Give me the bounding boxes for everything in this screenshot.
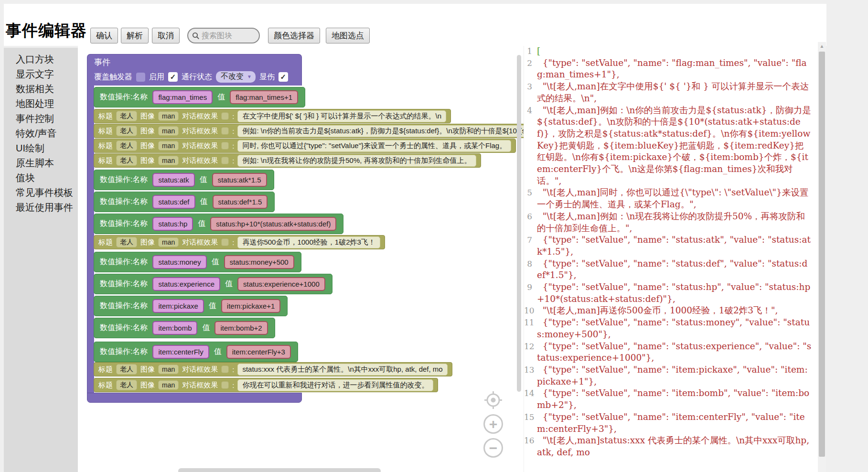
pass-status-dropdown[interactable]: 不改变 ▼ <box>216 71 256 83</box>
effect-checkbox[interactable] <box>221 238 229 246</box>
setvalue-block[interactable]: 数值操作:名称 status:def 值 status:def*1.5 <box>94 192 275 212</box>
effect-checkbox[interactable] <box>221 157 229 164</box>
json-code-editor[interactable]: 1[ 2 {"type": "setValue", "name": "flag:… <box>524 42 818 472</box>
code-line: 2 {"type": "setValue", "name": "flag:man… <box>524 57 818 81</box>
text-block[interactable]: 标题 老人 图像 man 对话框效果 : 例如: \n现在我将让你的攻防提升50… <box>94 153 481 168</box>
value-expr-field[interactable]: status:hp+10*(status:atk+status:def) <box>210 217 336 231</box>
parse-button[interactable]: 解析 <box>121 28 149 43</box>
code-scrollbar[interactable]: ▲ <box>818 42 826 472</box>
sidebar-item-entry-blocks[interactable]: 入口方块 <box>4 52 78 67</box>
plus-icon: + <box>483 414 503 434</box>
text-block[interactable]: 标题 老人 图像 man 对话框效果 : status:xxx 代表勇士的某个属… <box>94 362 452 376</box>
dialog-text-field[interactable]: 例如: \n你的当前攻击力是${status:atk}，防御力是${status… <box>237 125 524 137</box>
effect-checkbox[interactable] <box>221 112 229 120</box>
value-expr-field[interactable]: status:money+500 <box>224 255 294 269</box>
code-line: 1[ <box>524 45 818 57</box>
sidebar-item-effects-sound[interactable]: 特效/声音 <box>4 126 78 141</box>
value-expr-field[interactable]: status:def*1.5 <box>213 195 268 209</box>
image-field[interactable]: man <box>158 111 179 121</box>
dialog-text-field[interactable]: 你现在可以重新和我进行对话，进一步看到属性值的改变。 <box>237 379 433 391</box>
value-name-field[interactable]: status:hp <box>152 217 193 231</box>
trigger-checkbox[interactable] <box>136 73 145 82</box>
sidebar-item-value-blocks[interactable]: 值块 <box>4 171 78 185</box>
sidebar-item-native-script[interactable]: 原生脚本 <box>4 156 78 171</box>
value-expr-field[interactable]: item:bomb+2 <box>214 321 268 335</box>
sidebar-item-ui-draw[interactable]: UI绘制 <box>4 141 78 156</box>
text-block[interactable]: 标题 老人 图像 man 对话框效果 : 你现在可以重新和我进行对话，进一步看到… <box>94 378 438 392</box>
sidebar-item-common-templates[interactable]: 常见事件模板 <box>4 185 78 200</box>
speaker-field[interactable]: 老人 <box>116 155 137 166</box>
image-field[interactable]: man <box>158 365 179 374</box>
code-line: 5 "\t[老人,man]同时，你也可以通过{\"type\": \"setVa… <box>524 187 818 210</box>
setvalue-block[interactable]: 数值操作:名称 status:atk 值 status:atk*1.5 <box>94 170 274 190</box>
zoom-out-button[interactable]: − <box>483 438 503 458</box>
value-expr-field[interactable]: flag:man_times+1 <box>230 90 298 104</box>
sidebar-item-show-text[interactable]: 显示文字 <box>4 67 78 82</box>
zoom-in-button[interactable]: + <box>483 414 503 434</box>
image-field[interactable]: man <box>158 156 179 165</box>
dialog-text-field[interactable]: 在文字中使用${' ${ '}和 } 可以计算并显示一个表达式的结果。\n <box>237 110 446 122</box>
map-point-button[interactable]: 地图选点 <box>326 28 370 43</box>
image-field[interactable]: man <box>158 237 179 247</box>
setvalue-block[interactable]: 数值操作:名称 status:money 值 status:money+500 <box>94 252 301 272</box>
effect-checkbox[interactable] <box>221 365 229 373</box>
setvalue-block[interactable]: 数值操作:名称 status:hp 值 status:hp+10*(status… <box>94 214 343 234</box>
reset-view-button[interactable] <box>483 390 503 410</box>
search-box[interactable] <box>187 28 260 43</box>
value-name-field[interactable]: item:centerFly <box>152 345 209 359</box>
setvalue-block[interactable]: 数值操作:名称 item:centerFly 值 item:centerFly+… <box>94 342 298 362</box>
block-category-sidebar: 入口方块 显示文字 数据相关 地图处理 事件控制 特效/声音 UI绘制 原生脚本… <box>4 48 78 472</box>
setvalue-block[interactable]: 数值操作:名称 item:pickaxe 值 item:pickaxe+1 <box>94 296 288 316</box>
sidebar-item-data[interactable]: 数据相关 <box>4 82 78 97</box>
dialog-text-field[interactable]: 再送你500金币，1000经验，1破2炸3飞！ <box>237 236 380 248</box>
text-block[interactable]: 标题 老人 图像 man 对话框效果 : 同时, 你也可以通过{"type": … <box>94 139 516 153</box>
image-field[interactable]: man <box>158 141 179 150</box>
dialog-text-field[interactable]: 例如: \n现在我将让你的攻防提升50%, 再将攻防和的十倍加到生命值上。 <box>237 155 476 167</box>
setvalue-block[interactable]: 数值操作:名称 flag:man_times 值 flag:man_times+… <box>94 87 305 107</box>
value-name-field[interactable]: item:bomb <box>152 321 197 335</box>
sidebar-item-map-handling[interactable]: 地图处理 <box>4 97 78 111</box>
value-expr-field[interactable]: item:pickaxe+1 <box>221 299 280 313</box>
value-name-field[interactable]: status:money <box>152 255 206 269</box>
scroll-up-arrow-icon[interactable]: ▲ <box>818 42 826 50</box>
confirm-button[interactable]: 确认 <box>90 28 118 43</box>
text-block[interactable]: 标题 老人 图像 man 对话框效果 : 在文字中使用${' ${ '}和 } … <box>94 109 451 123</box>
color-picker-button[interactable]: 颜色选择器 <box>268 28 320 43</box>
blockly-workspace[interactable]: 事件 覆盖触发器 启用 ✓ 通行状态 不改变 ▼ 显伤 ✓ 数值操作:名称 fl… <box>78 46 524 472</box>
text-block[interactable]: 标题 老人 图像 man 对话框效果 : 例如: \n你的当前攻击力是${sta… <box>94 124 524 138</box>
search-input[interactable] <box>202 32 254 40</box>
speaker-field[interactable]: 老人 <box>116 237 137 247</box>
effect-checkbox[interactable] <box>221 381 229 389</box>
speaker-field[interactable]: 老人 <box>116 126 137 136</box>
value-name-field[interactable]: status:def <box>152 195 195 209</box>
value-expr-field[interactable]: item:centerFly+3 <box>226 345 291 359</box>
image-field[interactable]: man <box>158 380 179 390</box>
effect-checkbox[interactable] <box>221 142 229 150</box>
text-block[interactable]: 标题 老人 图像 man 对话框效果 : 再送你500金币，1000经验，1破2… <box>94 235 385 249</box>
sidebar-item-recent-events[interactable]: 最近使用事件 <box>4 200 78 215</box>
value-expr-field[interactable]: status:atk*1.5 <box>212 173 267 187</box>
value-name-field[interactable]: item:pickaxe <box>152 299 204 313</box>
canvas-vertical-scrollbar[interactable] <box>517 55 521 392</box>
effect-checkbox[interactable] <box>221 127 229 135</box>
event-container-block[interactable]: 事件 覆盖触发器 启用 ✓ 通行状态 不改变 ▼ 显伤 ✓ <box>87 54 302 86</box>
setvalue-block[interactable]: 数值操作:名称 item:bomb 值 item:bomb+2 <box>94 318 275 338</box>
value-name-field[interactable]: flag:man_times <box>152 90 213 104</box>
canvas-horizontal-scrollbar[interactable] <box>178 468 381 472</box>
sidebar-item-event-control[interactable]: 事件控制 <box>4 111 78 126</box>
value-name-field[interactable]: status:atk <box>152 173 194 187</box>
value-expr-field[interactable]: status:experience+1000 <box>237 277 325 291</box>
value-name-field[interactable]: status:experience <box>152 277 220 291</box>
cancel-button[interactable]: 取消 <box>152 28 180 43</box>
speaker-field[interactable]: 老人 <box>116 140 137 151</box>
speaker-field[interactable]: 老人 <box>116 111 137 121</box>
setvalue-block[interactable]: 数值操作:名称 status:experience 值 status:exper… <box>94 274 332 294</box>
enable-checkbox[interactable]: ✓ <box>168 72 178 82</box>
dialog-text-field[interactable]: 同时, 你也可以通过{"type": "setValue"}来设置一个勇士的属性… <box>237 140 511 152</box>
dialog-text-field[interactable]: status:xxx 代表勇士的某个属性。\n其中xxx可取hp, atk, d… <box>237 364 447 375</box>
damage-checkbox[interactable]: ✓ <box>279 72 288 82</box>
code-scrollbar-thumb[interactable] <box>819 52 825 457</box>
speaker-field[interactable]: 老人 <box>116 380 137 390</box>
image-field[interactable]: man <box>158 126 179 136</box>
speaker-field[interactable]: 老人 <box>116 364 137 375</box>
